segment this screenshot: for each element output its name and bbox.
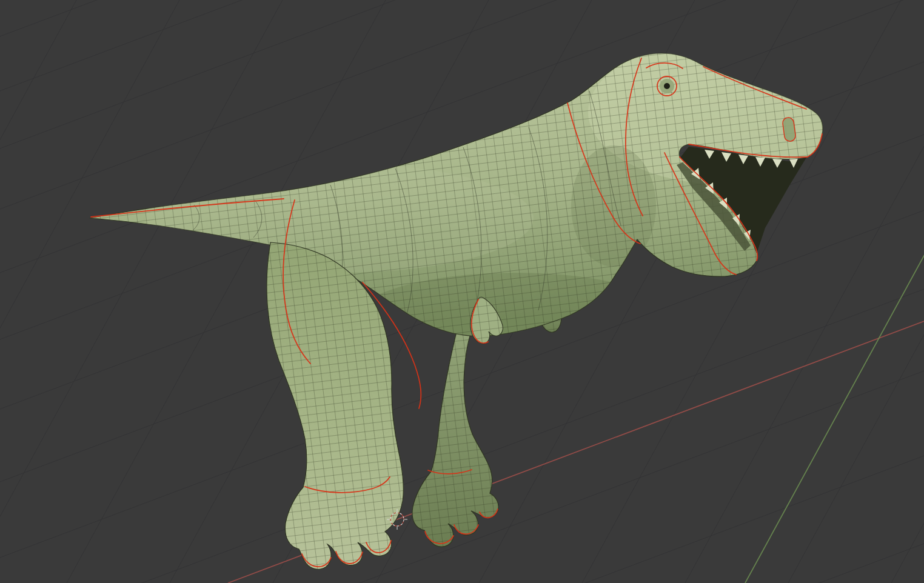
eye: [660, 79, 674, 93]
eye-pupil: [664, 83, 670, 89]
viewport-canvas[interactable]: [0, 0, 924, 583]
blender-3d-viewport[interactable]: [0, 0, 924, 583]
